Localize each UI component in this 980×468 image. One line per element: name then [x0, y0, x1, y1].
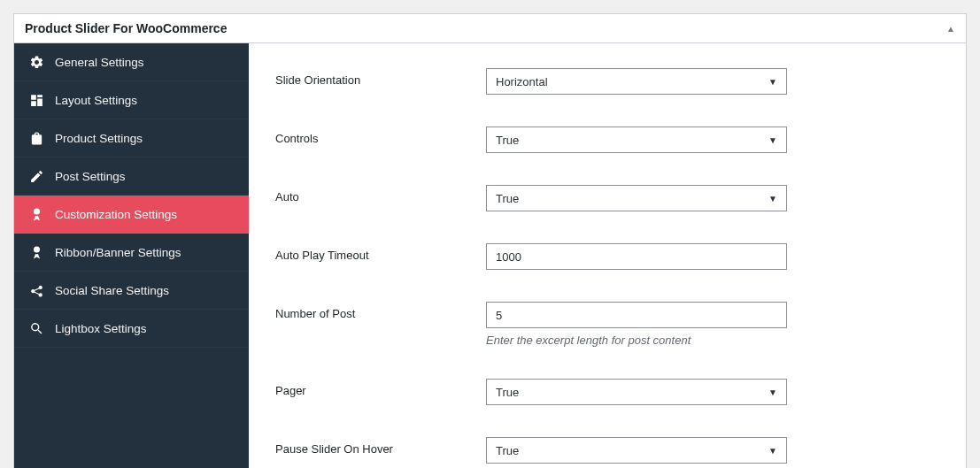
field-hint: Enter the excerpt length for post conten… — [486, 334, 787, 347]
ribbon-icon — [28, 244, 44, 260]
field-label: Number of Post — [275, 302, 486, 320]
sidebar-item-lightbox[interactable]: Lightbox Settings — [14, 310, 249, 348]
field-label: Slide Orientation — [275, 68, 486, 87]
bag-icon — [28, 130, 44, 146]
panel-title: Product Slider For WooCommerce — [25, 21, 227, 35]
chevron-down-icon: ▼ — [768, 135, 777, 145]
share-icon — [28, 282, 44, 298]
auto-select[interactable]: True ▼ — [486, 185, 787, 211]
field-label: Pager — [275, 379, 486, 397]
sidebar-item-label: General Settings — [55, 56, 144, 69]
input-value: 1000 — [496, 250, 521, 264]
settings-panel: Product Slider For WooCommerce ▲ General… — [13, 13, 967, 468]
field-controls: Controls True ▼ — [275, 111, 939, 169]
auto-play-timeout-input[interactable]: 1000 — [486, 243, 787, 270]
pager-select[interactable]: True ▼ — [486, 379, 787, 405]
badge-icon — [28, 206, 44, 222]
sidebar-item-layout[interactable]: Layout Settings — [14, 81, 249, 119]
field-auto: Auto True ▼ — [275, 169, 939, 227]
number-of-post-input[interactable]: 5 — [486, 302, 787, 328]
sidebar-item-label: Ribbon/Banner Settings — [55, 246, 181, 259]
select-value: True — [496, 134, 519, 147]
pause-on-hover-select[interactable]: True ▼ — [486, 437, 787, 464]
field-label: Auto — [275, 185, 486, 203]
chevron-down-icon: ▼ — [768, 77, 777, 87]
sidebar-item-general[interactable]: General Settings — [14, 43, 249, 81]
select-value: True — [496, 386, 519, 399]
collapse-icon[interactable]: ▲ — [946, 24, 955, 34]
sidebar-item-post[interactable]: Post Settings — [14, 157, 249, 196]
sidebar-item-label: Customization Settings — [55, 208, 177, 221]
field-label: Pause Slider On Hover — [275, 437, 486, 456]
chevron-down-icon: ▼ — [768, 194, 777, 203]
sidebar-item-product[interactable]: Product Settings — [14, 119, 249, 157]
chevron-down-icon: ▼ — [768, 387, 777, 397]
slide-orientation-select[interactable]: Horizontal ▼ — [486, 68, 787, 95]
field-label: Controls — [275, 127, 486, 145]
layout-icon — [28, 92, 44, 108]
select-value: True — [496, 192, 519, 205]
sidebar-item-label: Lightbox Settings — [55, 322, 147, 335]
field-pause-on-hover: Pause Slider On Hover True ▼ — [275, 421, 939, 468]
input-value: 5 — [496, 309, 502, 322]
sidebar: General Settings Layout Settings Product… — [14, 43, 249, 468]
controls-select[interactable]: True ▼ — [486, 127, 787, 153]
search-icon — [28, 320, 44, 336]
sidebar-item-label: Post Settings — [55, 170, 126, 183]
sidebar-item-customization[interactable]: Customization Settings — [14, 196, 249, 234]
field-label: Auto Play Timeout — [275, 243, 486, 262]
field-pager: Pager True ▼ — [275, 363, 939, 421]
gear-icon — [28, 54, 44, 70]
settings-content: Slide Orientation Horizontal ▼ Controls … — [249, 43, 966, 468]
chevron-down-icon: ▼ — [768, 446, 777, 456]
sidebar-item-label: Product Settings — [55, 132, 143, 145]
panel-body: General Settings Layout Settings Product… — [14, 43, 966, 468]
sidebar-item-ribbon[interactable]: Ribbon/Banner Settings — [14, 234, 249, 272]
sidebar-item-social[interactable]: Social Share Settings — [14, 272, 249, 310]
select-value: True — [496, 444, 519, 457]
panel-header[interactable]: Product Slider For WooCommerce ▲ — [14, 14, 966, 43]
edit-icon — [28, 168, 44, 184]
field-slide-orientation: Slide Orientation Horizontal ▼ — [275, 52, 939, 111]
select-value: Horizontal — [496, 75, 548, 88]
sidebar-item-label: Social Share Settings — [55, 284, 169, 297]
field-auto-play-timeout: Auto Play Timeout 1000 — [275, 227, 939, 286]
field-number-of-post: Number of Post 5 Enter the excerpt lengt… — [275, 286, 939, 363]
sidebar-item-label: Layout Settings — [55, 94, 137, 107]
